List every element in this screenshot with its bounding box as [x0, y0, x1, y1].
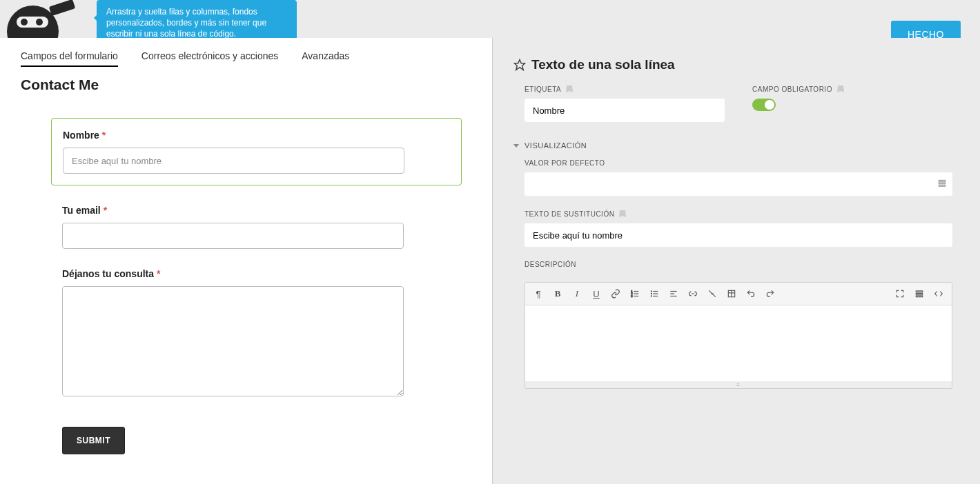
underline-icon[interactable]: U: [587, 285, 605, 303]
texto-sustitucion-label: TEXTO DE SUSTITUCIÓN: [525, 210, 952, 218]
section-title: Texto de una sola línea: [531, 57, 675, 72]
undo-icon[interactable]: [742, 285, 760, 303]
required-col: CAMPO OBLIGATORIO: [752, 85, 952, 122]
unordered-list-icon[interactable]: [645, 285, 663, 303]
star-icon: [513, 59, 526, 71]
svg-point-10: [651, 291, 651, 292]
form-preview-pane: Campos del formulario Correos electrónic…: [0, 38, 493, 484]
etiqueta-col: ETIQUETA: [525, 85, 725, 122]
fullscreen-icon[interactable]: [891, 285, 909, 303]
valor-defecto-block: VALOR POR DEFECTO: [513, 159, 963, 210]
svg-rect-3: [939, 185, 945, 186]
redo-icon[interactable]: [761, 285, 779, 303]
svg-rect-1: [939, 180, 945, 181]
editor-resize-handle[interactable]: ≡: [525, 381, 952, 388]
ordered-list-icon[interactable]: 123: [626, 285, 644, 303]
etiqueta-input[interactable]: [525, 99, 725, 122]
chevron-down-icon: [513, 144, 519, 148]
texto-sustitucion-block: TEXTO DE SUSTITUCIÓN: [513, 210, 963, 261]
help-icon[interactable]: [836, 85, 845, 93]
texto-sustitucion-input[interactable]: [525, 223, 952, 247]
svg-point-11: [651, 293, 651, 294]
top-bar: Arrastra y suelta filas y columnas, fond…: [0, 0, 980, 38]
insert-link-icon[interactable]: [684, 285, 702, 303]
valor-defecto-label: VALOR POR DEFECTO: [525, 159, 952, 167]
italic-icon[interactable]: I: [568, 285, 586, 303]
label-required-row: ETIQUETA CAMPO OBLIGATORIO: [513, 85, 963, 122]
descripcion-label-block: DESCRIPCIÓN: [513, 261, 963, 278]
tab-advanced[interactable]: Avanzadas: [302, 50, 349, 67]
field-email-label: Tu email *: [62, 205, 451, 216]
description-editor: ¶ B I U 123: [525, 282, 952, 389]
help-icon[interactable]: [565, 85, 574, 93]
svg-line-19: [709, 290, 715, 296]
table-icon[interactable]: [723, 285, 741, 303]
tabs: Campos del formulario Correos electrónic…: [0, 38, 492, 72]
tab-form-fields[interactable]: Campos del formulario: [21, 50, 118, 67]
field-email[interactable]: Tu email *: [62, 205, 451, 249]
field-name-label: Nombre *: [63, 130, 450, 141]
svg-rect-23: [916, 291, 922, 292]
merge-tags-icon[interactable]: [937, 179, 947, 190]
descripcion-label: DESCRIPCIÓN: [525, 261, 952, 268]
paragraph-icon[interactable]: ¶: [529, 285, 547, 303]
align-icon[interactable]: [665, 285, 683, 303]
svg-rect-24: [916, 293, 922, 294]
help-icon[interactable]: [618, 210, 627, 218]
valor-defecto-input[interactable]: [525, 172, 952, 196]
field-name[interactable]: Nombre *: [51, 118, 462, 185]
bold-icon[interactable]: B: [549, 285, 567, 303]
tab-emails-actions[interactable]: Correos electrónicos y acciones: [141, 50, 278, 67]
unlink-icon[interactable]: [703, 285, 721, 303]
form-body: Nombre * Tu email * Déjanos tu consulta …: [0, 101, 492, 484]
required-label: CAMPO OBLIGATORIO: [752, 85, 952, 93]
svg-text:3: 3: [631, 294, 633, 298]
code-icon[interactable]: [930, 285, 948, 303]
visualizacion-header[interactable]: VISUALIZACIÓN: [513, 141, 963, 150]
submit-button[interactable]: SUBMIT: [62, 427, 125, 454]
list-view-icon[interactable]: [910, 285, 928, 303]
field-message-label: Déjanos tu consulta *: [62, 268, 451, 279]
svg-point-12: [651, 296, 651, 296]
required-toggle[interactable]: [752, 99, 776, 111]
field-name-input[interactable]: [63, 148, 404, 174]
editor-textarea[interactable]: [525, 305, 952, 381]
field-message-input[interactable]: [62, 286, 404, 396]
submit-block: SUBMIT: [62, 427, 451, 454]
main-split: Campos del formulario Correos electrónic…: [0, 38, 980, 484]
field-message[interactable]: Déjanos tu consulta *: [62, 268, 451, 399]
editor-toolbar: ¶ B I U 123: [525, 283, 952, 305]
svg-rect-25: [916, 296, 922, 297]
form-title: Contact Me: [0, 72, 492, 101]
svg-rect-2: [939, 183, 945, 184]
svg-marker-0: [515, 60, 525, 70]
section-header: Texto de una sola línea: [513, 57, 963, 72]
ninja-logo: [7, 0, 76, 38]
field-settings-pane: Texto de una sola línea ETIQUETA CAMPO O…: [493, 38, 980, 484]
etiqueta-label: ETIQUETA: [525, 85, 725, 93]
link-icon[interactable]: [607, 285, 625, 303]
field-email-input[interactable]: [62, 223, 404, 249]
